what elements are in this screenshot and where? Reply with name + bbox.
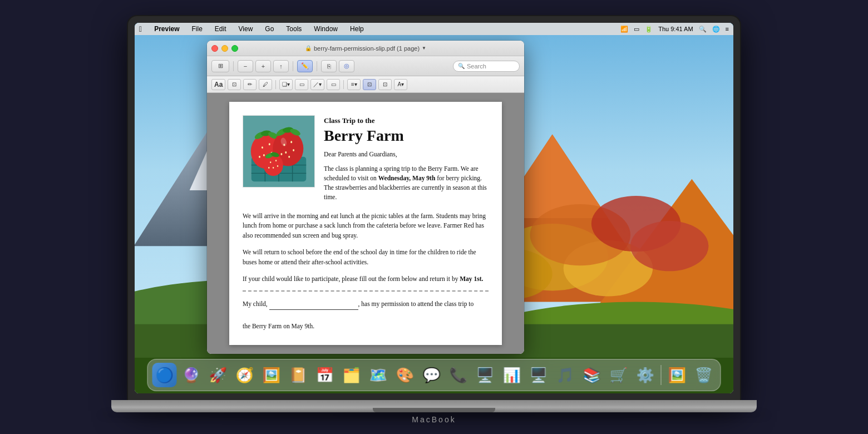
dock-trash[interactable]: 🗑️ — [692, 363, 716, 387]
notification-icon[interactable]: ≡ — [726, 26, 729, 32]
menu-window[interactable]: Window — [312, 25, 340, 33]
dock-calendar[interactable]: 📅 — [313, 363, 337, 387]
photos-icon: 🖼️ — [263, 367, 280, 384]
chevron-down-icon[interactable]: ▼ — [422, 46, 426, 51]
menu-go[interactable]: Go — [263, 25, 276, 33]
traffic-lights — [211, 45, 238, 52]
macbook-frame:  Preview File Edit View Go Tools Window… — [0, 0, 868, 434]
preview-dock-icon: 🖼️ — [668, 367, 686, 384]
line-button[interactable]: ／▾ — [310, 79, 324, 90]
menubar-left:  Preview File Edit View Go Tools Window… — [139, 24, 366, 33]
pdf-salutation: Dear Parents and Guardians, — [324, 150, 489, 159]
dock: 🔵 🔮 🚀 🧭 🖼️ 📔 📅 — [147, 359, 721, 391]
rect-button[interactable]: ▭ — [327, 79, 340, 90]
pdf-subtitle: Class Trip to the — [324, 115, 489, 126]
siri-icon[interactable]: 🌐 — [712, 26, 720, 33]
shapes-button[interactable]: ❏▾ — [279, 79, 293, 90]
sidebar-toggle-button[interactable]: ⊞ — [211, 60, 229, 72]
dock-photos2[interactable]: 🎨 — [393, 363, 417, 387]
notes-icon: 📔 — [289, 367, 307, 384]
dock-notes[interactable]: 📔 — [286, 363, 310, 387]
wifi-icon: 📶 — [620, 26, 628, 33]
dock-reminders[interactable]: 🖥️ — [473, 363, 497, 387]
zoom-out-button[interactable]: − — [238, 60, 253, 72]
svg-point-52 — [273, 167, 274, 169]
menu-preview[interactable]: Preview — [152, 25, 181, 33]
trash-icon: 🗑️ — [695, 367, 713, 384]
sketch-tool-button[interactable]: ✏ — [243, 79, 257, 90]
menu-tools[interactable]: Tools — [284, 25, 304, 33]
border-button[interactable]: ⊡ — [363, 79, 376, 90]
menu-edit[interactable]: Edit — [213, 25, 229, 33]
fill-button[interactable]: ⊡ — [378, 79, 392, 90]
align-button[interactable]: ≡▾ — [347, 79, 361, 90]
svg-point-31 — [263, 154, 265, 156]
svg-point-34 — [259, 156, 260, 158]
airplay-icon: ▭ — [634, 26, 639, 33]
dock-photos[interactable]: 🖼️ — [259, 363, 284, 387]
itunes-icon: 🎵 — [556, 367, 574, 384]
share-button[interactable]: ↑ — [273, 60, 289, 72]
facetime-icon: 📞 — [450, 367, 467, 384]
menu-help[interactable]: Help — [348, 25, 366, 33]
dock-keynote[interactable]: 🖥️ — [526, 363, 551, 387]
zoom-in-button[interactable]: + — [255, 60, 271, 72]
permission-mid: , has my permission to attend the class … — [358, 300, 474, 307]
lock-icon: 🔒 — [305, 45, 312, 51]
pdf-permission-text: My child, , has my permission to attend … — [243, 298, 489, 332]
pdf-title: Berry Farm — [324, 127, 489, 145]
apple-logo[interactable]:  — [139, 24, 142, 33]
close-button[interactable] — [211, 45, 218, 52]
dock-prefs[interactable]: ⚙️ — [633, 363, 658, 387]
dock-files[interactable]: 🗂️ — [339, 363, 364, 387]
search-placeholder: Search — [467, 63, 486, 70]
copy-button[interactable]: ⎘ — [321, 60, 337, 72]
text-tool-button[interactable]: Aa — [211, 79, 225, 90]
dock-finder[interactable]: 🔵 — [152, 363, 177, 387]
safari-icon: 🧭 — [236, 367, 254, 384]
screen-bezel:  Preview File Edit View Go Tools Window… — [128, 16, 740, 400]
mtb-sep-1 — [275, 80, 276, 89]
clock: Thu 9:41 AM — [658, 26, 693, 32]
pdf-title-block: Class Trip to the Berry Farm Dear Parent… — [324, 115, 489, 203]
search-bar[interactable]: 🔍 Search — [453, 61, 520, 72]
minimize-button[interactable] — [221, 45, 228, 52]
keynote-icon: 🖥️ — [530, 367, 548, 384]
dock-preview[interactable]: 🖼️ — [665, 363, 689, 387]
select-tool-button[interactable]: ⊡ — [228, 79, 241, 90]
dock-numbers[interactable]: 📊 — [500, 363, 524, 387]
search-icon: 🔍 — [458, 63, 465, 69]
siri-dock-icon: 🔮 — [183, 367, 200, 384]
highlight-button[interactable]: ◎ — [339, 60, 354, 72]
dock-ibooks[interactable]: 📚 — [580, 363, 604, 387]
calendar-icon: 📅 — [316, 367, 334, 384]
dock-launchpad[interactable]: 🚀 — [206, 363, 230, 387]
font-button[interactable]: A▾ — [394, 79, 407, 90]
highlight-tool-button[interactable]: 🖊 — [259, 79, 272, 90]
dock-itunes[interactable]: 🎵 — [553, 363, 578, 387]
files-icon: 🗂️ — [343, 367, 361, 384]
maximize-button[interactable] — [231, 45, 238, 52]
menu-view[interactable]: View — [236, 25, 255, 33]
appstore-icon: 🛒 — [610, 367, 628, 384]
search-menubar-icon[interactable]: 🔍 — [699, 26, 707, 33]
menu-file[interactable]: File — [190, 25, 205, 33]
callout-button[interactable]: ▭ — [295, 79, 308, 90]
dock-siri[interactable]: 🔮 — [179, 363, 204, 387]
pdf-page: Class Trip to the Berry Farm Dear Parent… — [229, 102, 502, 345]
dock-maps[interactable]: 🗺️ — [366, 363, 391, 387]
pencil-button[interactable]: ✏️ — [297, 60, 313, 72]
svg-point-44 — [280, 153, 282, 155]
dock-safari[interactable]: 🧭 — [233, 363, 257, 387]
dock-facetime[interactable]: 📞 — [446, 363, 471, 387]
maps-icon: 🗺️ — [369, 367, 387, 384]
menubar:  Preview File Edit View Go Tools Window… — [135, 23, 733, 35]
permission-start: My child, — [243, 300, 269, 307]
svg-point-41 — [285, 151, 287, 154]
svg-point-50 — [270, 161, 271, 163]
dock-appstore[interactable]: 🛒 — [606, 363, 631, 387]
launchpad-icon: 🚀 — [209, 367, 227, 384]
dock-messages[interactable]: 💬 — [420, 363, 444, 387]
pdf-dashed-separator — [243, 290, 489, 292]
para4-start: If your child would like to participate,… — [243, 275, 460, 282]
